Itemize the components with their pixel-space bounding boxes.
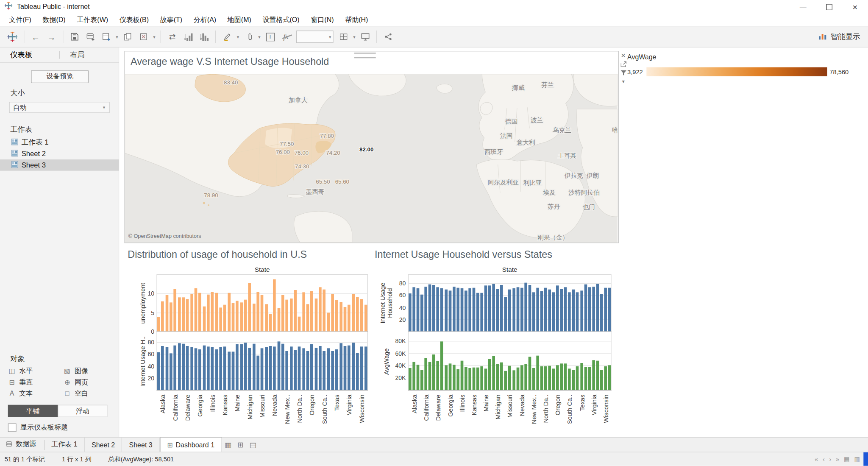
bar-mark[interactable]: [298, 346, 301, 390]
menu-dashboard[interactable]: 仪表板(B): [114, 14, 154, 26]
bar-mark[interactable]: [580, 290, 583, 331]
menu-worksheet[interactable]: 工作表(W): [71, 14, 114, 26]
bar-mark[interactable]: [170, 302, 172, 331]
map-view-card[interactable]: Average wage V.S Internet Usage Househol…: [124, 51, 619, 243]
object-vertical[interactable]: ⊟垂直: [0, 377, 56, 388]
bar-mark[interactable]: [512, 370, 515, 390]
bar-mark[interactable]: [165, 347, 168, 390]
bar-mark[interactable]: [412, 287, 415, 332]
bar-mark[interactable]: [344, 346, 347, 390]
map-mark-label[interactable]: 74.30: [295, 163, 309, 170]
bar-mark[interactable]: [286, 299, 289, 331]
bar-mark[interactable]: [248, 283, 251, 331]
tab-sheet-3[interactable]: Sheet 3: [122, 438, 160, 452]
bar-mark[interactable]: [480, 366, 483, 390]
bar-mark[interactable]: [524, 283, 527, 331]
bar-mark[interactable]: [228, 352, 231, 390]
new-story-tab-button[interactable]: ▤: [247, 438, 259, 452]
bar-mark[interactable]: [198, 349, 201, 390]
show-cards-caret-icon[interactable]: ▾: [351, 34, 357, 39]
bar-mark[interactable]: [544, 367, 547, 390]
bar-mark[interactable]: [319, 287, 322, 332]
object-blank[interactable]: □空白: [56, 388, 111, 399]
show-mark-labels-icon[interactable]: T: [263, 29, 277, 44]
last-sheet-icon[interactable]: »: [836, 456, 839, 463]
bar-mark[interactable]: [256, 292, 259, 332]
bar-mark[interactable]: [360, 299, 363, 331]
bar-mark[interactable]: [468, 288, 471, 332]
presentation-mode-icon[interactable]: [358, 29, 372, 44]
bar-mark[interactable]: [335, 300, 338, 331]
bar-mark[interactable]: [604, 287, 607, 331]
bar-mark[interactable]: [556, 365, 559, 390]
bar-mark[interactable]: [190, 347, 193, 390]
sheet-list-item-selected[interactable]: Sheet 3: [0, 159, 119, 171]
bar-mark[interactable]: [428, 362, 431, 390]
bar-mark[interactable]: [265, 347, 268, 390]
bar-mark[interactable]: [536, 287, 539, 331]
bar-mark[interactable]: [273, 279, 276, 331]
show-filmstrip-icon[interactable]: ▥: [854, 455, 860, 463]
bar-mark[interactable]: [207, 295, 210, 332]
bar-mark[interactable]: [453, 365, 456, 390]
distribution-chart[interactable]: State 0510unemployment20406080Internet U…: [127, 266, 373, 435]
bar-mark[interactable]: [564, 363, 567, 390]
tableau-logo-icon[interactable]: [6, 29, 19, 44]
bar-mark[interactable]: [409, 293, 412, 331]
bar-mark[interactable]: [456, 287, 459, 331]
bar-mark[interactable]: [211, 347, 214, 390]
bar-mark[interactable]: [174, 289, 177, 331]
object-webpage[interactable]: ⊕网页: [56, 377, 111, 388]
tab-dashboard-pane[interactable]: 仪表板: [0, 47, 59, 62]
bar-mark[interactable]: [269, 346, 272, 390]
bar-mark[interactable]: [298, 316, 301, 331]
bar-mark[interactable]: [344, 307, 347, 331]
bar-mark[interactable]: [302, 292, 305, 331]
sort-ascending-icon[interactable]: [181, 29, 195, 44]
bar-mark[interactable]: [552, 368, 555, 390]
bar-mark[interactable]: [310, 345, 313, 390]
bar-mark[interactable]: [584, 285, 587, 331]
highlight-icon[interactable]: [220, 29, 234, 44]
map-mark-label[interactable]: 77.80: [320, 133, 334, 139]
minimize-button[interactable]: —: [790, 0, 816, 14]
bar-mark[interactable]: [468, 368, 471, 390]
bar-mark[interactable]: [261, 348, 264, 390]
bar-mark[interactable]: [294, 290, 297, 331]
bar-mark[interactable]: [356, 297, 359, 331]
menu-format[interactable]: 设置格式(O): [257, 14, 305, 26]
bar-mark[interactable]: [508, 289, 511, 331]
bar-mark[interactable]: [302, 348, 305, 390]
map-mark-label[interactable]: 76.00: [276, 149, 290, 155]
bar-mark[interactable]: [544, 287, 547, 331]
object-text[interactable]: A文本: [0, 388, 56, 399]
bar-mark[interactable]: [364, 346, 367, 390]
bar-mark[interactable]: [412, 362, 415, 390]
bar-mark[interactable]: [203, 345, 206, 390]
bar-mark[interactable]: [178, 298, 181, 331]
bar-mark[interactable]: [232, 303, 235, 331]
bar-mark[interactable]: [528, 285, 531, 332]
bar-mark[interactable]: [480, 293, 483, 331]
bar-mark[interactable]: [339, 302, 342, 332]
bar-mark[interactable]: [520, 287, 523, 331]
bar-mark[interactable]: [161, 346, 164, 390]
swap-axes-icon[interactable]: ⇄: [166, 29, 179, 44]
bar-mark[interactable]: [437, 287, 440, 332]
bar-mark[interactable]: [440, 342, 443, 390]
bar-mark[interactable]: [492, 284, 495, 332]
bar-mark[interactable]: [532, 368, 535, 390]
prev-sheet-icon[interactable]: ‹: [823, 456, 825, 463]
bar-mark[interactable]: [500, 285, 503, 332]
bar-mark[interactable]: [520, 366, 523, 390]
new-worksheet-caret-icon[interactable]: ▾: [114, 34, 120, 39]
floating-button[interactable]: 浮动: [58, 405, 107, 417]
redo-icon[interactable]: →: [45, 29, 58, 44]
bar-mark[interactable]: [420, 295, 423, 331]
bar-mark[interactable]: [161, 301, 164, 332]
bar-mark[interactable]: [253, 304, 256, 331]
bar-mark[interactable]: [608, 365, 611, 390]
bar-mark[interactable]: [456, 369, 459, 390]
bar-mark[interactable]: [409, 368, 412, 390]
new-worksheet-tab-button[interactable]: ▦: [222, 438, 234, 452]
